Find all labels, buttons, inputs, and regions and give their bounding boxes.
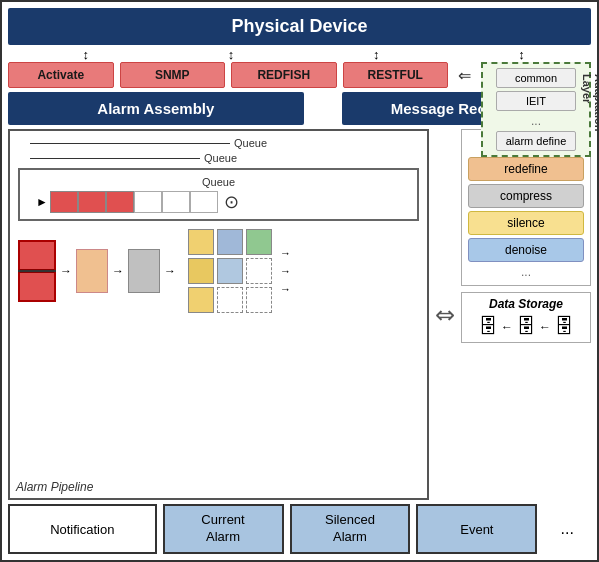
cg-yellow-3 bbox=[188, 287, 214, 313]
cg-yellow-2 bbox=[188, 258, 214, 284]
queue-label-2: Queue bbox=[204, 152, 237, 164]
cg-dashed-1 bbox=[246, 258, 272, 284]
rule-denoise: denoise bbox=[468, 238, 584, 262]
bottom-event[interactable]: Event bbox=[416, 504, 537, 554]
queue-label-3: Queue bbox=[26, 176, 411, 188]
adaptation-title: Adaptation Layer bbox=[581, 74, 599, 155]
rule-silence: silence bbox=[468, 211, 584, 235]
bottom-row: Notification CurrentAlarm SilencedAlarm … bbox=[8, 504, 591, 554]
arrow-storage-1: → bbox=[280, 247, 291, 259]
arrow-right-queue: ► bbox=[36, 195, 48, 209]
cg-green-1 bbox=[246, 229, 272, 255]
color-grid-row-1 bbox=[188, 229, 272, 255]
cg-dashed-3 bbox=[246, 287, 272, 313]
arrow-storage-3: → bbox=[280, 283, 291, 295]
queue-block-5 bbox=[162, 191, 190, 213]
right-panel: Rule redefine compress silence denoise .… bbox=[461, 129, 591, 500]
queue-block-2 bbox=[78, 191, 106, 213]
bottom-silenced-alarm[interactable]: SilencedAlarm bbox=[290, 504, 411, 554]
rule-compress: compress bbox=[468, 184, 584, 208]
pipeline-label: Alarm Pipeline bbox=[16, 480, 93, 494]
arrow-down-2: ↕ bbox=[161, 47, 300, 62]
pipe-box-peach bbox=[76, 249, 108, 293]
adapt-ieit: IEIT bbox=[496, 91, 576, 111]
color-grid-row-2 bbox=[188, 258, 272, 284]
clock-icon: ⊙ bbox=[224, 191, 239, 213]
queue-block-6 bbox=[190, 191, 218, 213]
red-box-top bbox=[18, 240, 56, 270]
protocol-redfish[interactable]: REDFISH bbox=[231, 62, 337, 88]
content-area: Queue Queue Queue ► bbox=[8, 129, 591, 500]
adapt-common: common bbox=[496, 68, 576, 88]
cg-yellow-1 bbox=[188, 229, 214, 255]
red-box-container bbox=[18, 240, 56, 302]
red-box-bottom bbox=[18, 272, 56, 302]
arrow-2: → bbox=[112, 264, 124, 278]
color-grid bbox=[188, 229, 272, 313]
disk-icon-3: 🗄 bbox=[554, 315, 574, 338]
adapt-alarm-define: alarm define bbox=[496, 131, 576, 151]
arrow-down-3: ↕ bbox=[307, 47, 446, 62]
main-container: Physical Device ↕ ↕ ↕ ↕ Activate SNMP RE… bbox=[0, 0, 599, 562]
protocol-snmp[interactable]: SNMP bbox=[120, 62, 226, 88]
storage-title: Data Storage bbox=[489, 297, 563, 311]
disk-icon-1: 🗄 bbox=[478, 315, 498, 338]
queue-block-3 bbox=[106, 191, 134, 213]
arrow-disk-2: ← bbox=[539, 320, 551, 334]
protocol-activate[interactable]: Activate bbox=[8, 62, 114, 88]
bottom-dots: ... bbox=[543, 504, 591, 554]
queue-lines: Queue Queue bbox=[30, 137, 423, 164]
double-arrow-adapt: ⇐ bbox=[458, 66, 471, 85]
queue-block-1 bbox=[50, 191, 78, 213]
queue-blocks-row: ► ⊙ bbox=[36, 191, 411, 213]
protocol-row-container: Activate SNMP REDFISH RESTFUL ⇐ common I… bbox=[8, 62, 591, 88]
pipeline-container: Queue Queue Queue ► bbox=[8, 129, 429, 500]
queue-block-4 bbox=[134, 191, 162, 213]
pipe-box-gray bbox=[128, 249, 160, 293]
bottom-current-alarm[interactable]: CurrentAlarm bbox=[163, 504, 284, 554]
pipeline-row: → → → bbox=[18, 229, 419, 313]
disk-icon-2: 🗄 bbox=[516, 315, 536, 338]
protocol-restful[interactable]: RESTFUL bbox=[343, 62, 449, 88]
arrow-down-1: ↕ bbox=[16, 47, 155, 62]
arrow-storage-2: → bbox=[280, 265, 291, 277]
cg-blue-1 bbox=[217, 229, 243, 255]
adapt-dots: ... bbox=[531, 114, 541, 128]
cg-dashed-2 bbox=[217, 287, 243, 313]
adaptation-layer: common IEIT ... alarm define Adaptation … bbox=[481, 62, 591, 157]
queue-label-1: Queue bbox=[234, 137, 267, 149]
rule-dots: ... bbox=[468, 265, 584, 279]
storage-disks: 🗄 ← 🗄 ← 🗄 bbox=[478, 315, 574, 338]
inner-queue-box: Queue ► ⊙ bbox=[18, 168, 419, 221]
arrow-3: → bbox=[164, 264, 176, 278]
cg-blue-2 bbox=[217, 258, 243, 284]
bottom-notification[interactable]: Notification bbox=[8, 504, 157, 554]
arrow-down-4: ↕ bbox=[452, 47, 591, 62]
arrows-to-storage: → → → bbox=[280, 247, 291, 295]
storage-box: Data Storage 🗄 ← 🗄 ← 🗄 bbox=[461, 292, 591, 343]
physical-device-label: Physical Device bbox=[8, 8, 591, 45]
vert-arrows: ↕ ↕ ↕ ↕ bbox=[8, 47, 591, 62]
double-arrow-mid: ⇔ bbox=[435, 129, 455, 500]
rule-redefine: redefine bbox=[468, 157, 584, 181]
color-grid-row-3 bbox=[188, 287, 272, 313]
alarm-assembly: Alarm Assembly bbox=[8, 92, 304, 125]
arrow-1: → bbox=[60, 264, 72, 278]
arrow-disk: ← bbox=[501, 320, 513, 334]
